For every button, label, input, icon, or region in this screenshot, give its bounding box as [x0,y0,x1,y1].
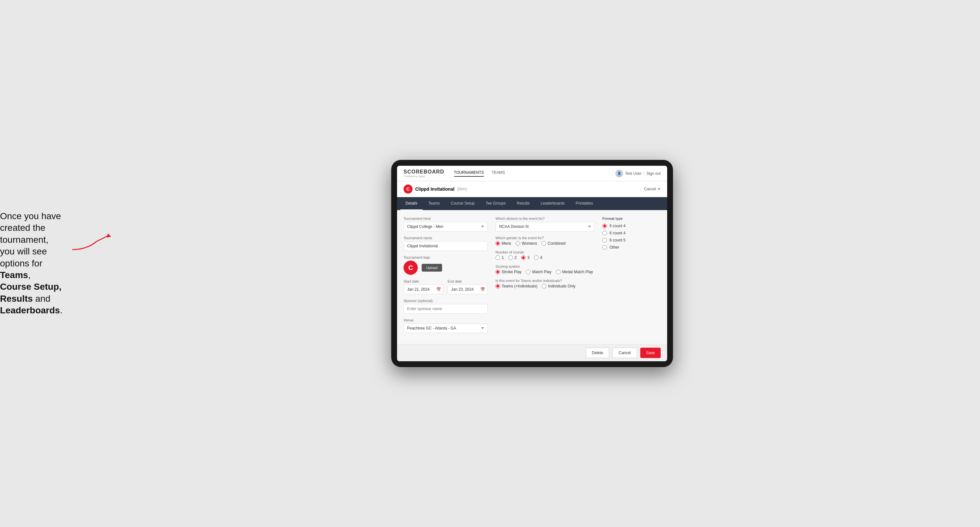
format-5count4[interactable]: 5 count 4 [602,224,661,228]
format-6count4[interactable]: 6 count 4 [602,231,661,235]
scoring-match[interactable]: Match Play [526,270,551,274]
rounds-1-radio[interactable] [495,256,500,260]
tab-printables[interactable]: Printables [571,197,598,210]
format-other[interactable]: Other [602,245,661,249]
teams-label: Is this event for Teams and/or Individua… [495,279,595,283]
middle-column: Which division is the event for? NCAA Di… [495,217,595,338]
save-button[interactable]: Save [640,348,661,358]
gender-womens-label: Womens [522,241,537,246]
format-5count4-radio[interactable] [602,224,607,228]
scoring-medal-radio[interactable] [556,270,561,274]
individuals-only-label: Individuals Only [548,284,576,289]
division-label: Which division is the event for? [495,217,595,221]
tournament-title: Clippd Invitational [415,186,454,192]
end-date-label: End date [447,279,488,283]
start-date-wrapper: 📅 [404,284,444,294]
venue-select[interactable]: Peachtree GC - Atlanta - GA [404,323,488,333]
sponsor-label: Sponsor (optional) [404,299,488,303]
format-6count4-radio[interactable] [602,231,607,235]
end-date-input[interactable] [447,284,488,294]
format-6count5-radio[interactable] [602,238,607,243]
division-group: Which division is the event for? NCAA Di… [495,217,595,232]
gender-mens-radio[interactable] [495,241,500,246]
tournament-logo: C [404,184,413,194]
tab-bar: Details Teams Course Setup Tee Groups Re… [397,197,667,210]
gender-combined-label: Combined [548,241,565,246]
scoring-stroke[interactable]: Stroke Play [495,270,522,274]
tablet-screen: SCOREBOARD Powered by clippd TOURNAMENTS… [397,166,667,361]
rounds-4-radio[interactable] [534,256,539,260]
tab-course-setup[interactable]: Course Setup [445,197,480,210]
format-6count5[interactable]: 6 count 5 [602,238,661,243]
tournament-name-area: C Clippd Invitational (Men) [404,184,467,194]
instruction-and: and [33,294,51,304]
rounds-2-radio[interactable] [509,256,513,260]
rounds-3-label: 3 [527,256,530,260]
rounds-3[interactable]: 3 [521,256,530,260]
format-6count4-label: 6 count 4 [609,231,625,235]
host-select[interactable]: Clippd College - Men [404,222,488,232]
scoring-medal[interactable]: Medal Match Play [556,270,593,274]
tab-teams[interactable]: Teams [423,197,445,210]
nav-tournaments[interactable]: TOURNAMENTS [454,170,484,177]
tab-leaderboards[interactable]: Leaderboards [535,197,570,210]
gender-womens-radio[interactable] [515,241,520,246]
teams-plus-individuals[interactable]: Teams (+Individuals) [495,284,537,289]
upload-button[interactable]: Upload [422,264,442,271]
cancel-label: Cancel [644,187,656,191]
scoring-medal-label: Medal Match Play [562,270,593,274]
venue-label: Venue [404,318,488,322]
format-other-radio[interactable] [602,245,607,249]
rounds-4-label: 4 [540,256,542,260]
logo-upload-area: C Upload [404,260,488,275]
logo-sub: Powered by clippd [404,175,444,178]
sponsor-input[interactable] [404,304,488,314]
cancel-tournament-button[interactable]: Cancel ✕ [644,187,661,191]
gender-label: Which gender is the event for? [495,236,595,240]
format-group: Format type 5 count 4 6 count 4 6 count … [602,217,661,249]
individuals-only[interactable]: Individuals Only [542,284,576,289]
instruction-line1: Once you havecreated thetournament,you w… [0,211,61,268]
tournament-tag: (Men) [457,187,467,191]
logo-group: Tournament logo C Upload [404,256,488,275]
sign-out-link[interactable]: Sign out [646,171,661,176]
rounds-2-label: 2 [515,256,517,260]
instruction-bold-coursesetup: Course Setup, [0,282,62,292]
gender-mens[interactable]: Mens [495,241,511,246]
gender-group: Which gender is the event for? Mens Wome… [495,236,595,246]
rounds-2[interactable]: 2 [509,256,517,260]
name-input[interactable] [404,241,488,251]
delete-button[interactable]: Delete [586,348,609,358]
format-6count5-label: 6 count 5 [609,238,625,243]
logo-circle: C [404,260,418,275]
start-date-label: Start date [404,279,444,283]
division-select[interactable]: NCAA Division III [495,222,595,232]
rounds-3-radio[interactable] [521,256,526,260]
tab-results[interactable]: Results [511,197,535,210]
nav-teams[interactable]: TEAMS [492,170,505,177]
separator: | [644,171,644,176]
tab-tee-groups[interactable]: Tee Groups [480,197,511,210]
start-date-input[interactable] [404,284,444,294]
start-date-group: Start date 📅 [404,279,444,294]
rounds-4[interactable]: 4 [534,256,542,260]
gender-mens-label: Mens [502,241,511,246]
venue-group: Venue Peachtree GC - Atlanta - GA [404,318,488,333]
scoring-stroke-radio[interactable] [495,270,500,274]
individuals-only-radio[interactable] [542,284,546,289]
sponsor-group: Sponsor (optional) [404,299,488,314]
format-label: Format type [602,217,661,221]
arrow-container [71,232,116,252]
instruction-comma: , [28,270,31,280]
gender-combined[interactable]: Combined [541,241,565,246]
rounds-1[interactable]: 1 [495,256,504,260]
teams-plus-individuals-radio[interactable] [495,284,500,289]
nav-links: TOURNAMENTS TEAMS [454,170,505,177]
action-bar: Delete Cancel Save [397,344,667,361]
gender-combined-radio[interactable] [541,241,546,246]
cancel-button[interactable]: Cancel [612,348,637,358]
tab-details[interactable]: Details [400,197,423,210]
instruction-text: Once you havecreated thetournament,you w… [0,210,75,317]
scoring-match-radio[interactable] [526,270,530,274]
gender-womens[interactable]: Womens [515,241,537,246]
